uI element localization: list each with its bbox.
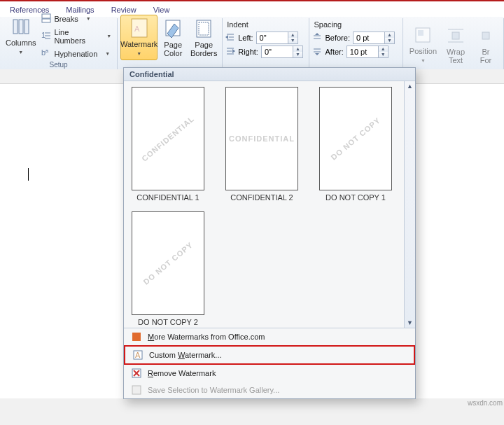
breaks-button[interactable]: Breaks ▼	[40, 13, 113, 25]
watermark-thumb-label: CONFIDENTIAL 1	[136, 193, 199, 202]
remove-watermark-icon	[131, 368, 142, 379]
watermark-thumb[interactable]: DO NOT COPYDO NOT COPY 2	[130, 211, 206, 326]
indent-left-input[interactable]: ▲▼	[256, 32, 298, 44]
custom-watermark-item[interactable]: A Custom Watermark...	[124, 345, 415, 365]
more-watermarks-item[interactable]: More Watermarks from Office.com	[124, 328, 415, 345]
hyphenation-button[interactable]: bª Hyphenation ▼	[40, 48, 113, 60]
columns-icon	[10, 15, 32, 38]
watermark-preview-text: CONFIDENTIAL	[229, 134, 295, 143]
columns-button[interactable]: Columns▼	[3, 11, 38, 60]
spacing-after-label: After:	[325, 48, 343, 56]
scroll-down-icon[interactable]: ▼	[407, 319, 413, 326]
save-selection-icon	[131, 384, 142, 396]
svg-text:bª: bª	[41, 48, 49, 57]
spacing-title: Spacing	[312, 20, 399, 30]
ribbon: Columns▼ Breaks ▼ 1 Line Numbers ▼ bª Hy…	[0, 17, 504, 70]
svg-text:A: A	[134, 25, 140, 33]
page-borders-label: Page Borders	[190, 41, 218, 57]
hyphenation-icon: bª	[41, 48, 51, 60]
watermark-gallery: Confidential CONFIDENTIALCONFIDENTIAL 1C…	[123, 67, 416, 399]
setup-group-label: Setup	[3, 60, 114, 69]
spacing-before-input[interactable]: ▲▼	[353, 32, 395, 44]
spacing-after-input[interactable]: ▲▼	[346, 46, 388, 58]
page-borders-button[interactable]: Page Borders	[188, 15, 219, 60]
spacing-before-icon	[312, 33, 322, 43]
svg-rect-31	[132, 333, 141, 341]
gallery-scrollbar[interactable]: ▲ ▼	[404, 81, 415, 328]
watermark-thumb[interactable]: CONFIDENTIALCONFIDENTIAL 1	[130, 87, 206, 202]
position-icon	[412, 24, 434, 46]
line-numbers-label: Line Numbers	[54, 28, 99, 45]
indent-right-label: Right:	[238, 48, 258, 56]
save-selection-item: Save Selection to Watermark Gallery...	[124, 382, 415, 398]
breaks-label: Breaks	[54, 15, 78, 23]
watermark-preview-text: DO NOT COPY	[141, 240, 194, 286]
svg-rect-4	[42, 19, 50, 22]
svg-rect-1	[19, 20, 23, 34]
watermark-thumb-label: CONFIDENTIAL 2	[230, 193, 293, 202]
svg-rect-30	[482, 32, 489, 39]
position-button[interactable]: Position▼	[406, 20, 440, 69]
watermark-thumb-label: DO NOT COPY 2	[138, 318, 198, 326]
line-numbers-icon: 1	[41, 31, 51, 42]
spacing-before-label: Before:	[325, 34, 349, 42]
watermark-icon: A	[128, 17, 150, 39]
more-watermarks-label: ore Watermarks from Office.com	[154, 333, 265, 341]
line-numbers-button[interactable]: 1 Line Numbers ▼	[40, 27, 113, 46]
indent-title: Indent	[225, 20, 306, 30]
page-color-icon	[162, 18, 184, 40]
wrap-text-button[interactable]: Wrap Text	[440, 20, 471, 69]
watermark-button[interactable]: A Watermark▼	[120, 15, 158, 60]
watermark-thumb-label: DO NOT COPY 1	[326, 193, 386, 202]
office-icon	[131, 331, 142, 342]
svg-rect-26	[418, 30, 424, 36]
remove-watermark-item[interactable]: Remove Watermark	[124, 365, 415, 382]
indent-left-label: Left:	[238, 34, 253, 42]
watermark-preview-text: DO NOT COPY	[329, 116, 382, 162]
bring-forward-button[interactable]: Br For	[471, 20, 500, 69]
svg-text:A: A	[135, 351, 141, 359]
indent-left-icon	[225, 33, 235, 43]
svg-rect-3	[42, 14, 50, 18]
indent-right-input[interactable]: ▲▼	[261, 46, 303, 58]
gallery-category: Confidential	[124, 68, 415, 81]
columns-label: Columns	[6, 39, 36, 47]
attribution: wsxdn.com	[468, 399, 503, 407]
wrap-text-label: Wrap Text	[447, 48, 465, 64]
scroll-up-icon[interactable]: ▲	[407, 83, 413, 90]
watermark-label: Watermark	[120, 40, 158, 48]
watermark-thumb[interactable]: DO NOT COPYDO NOT COPY 1	[317, 87, 394, 202]
spacing-after-icon	[312, 47, 322, 57]
page-borders-icon	[192, 18, 215, 40]
svg-rect-37	[132, 386, 141, 394]
text-cursor	[28, 168, 29, 181]
hyphenation-label: Hyphenation	[54, 50, 97, 58]
custom-watermark-icon: A	[132, 349, 144, 361]
svg-text:1: 1	[41, 31, 46, 39]
bring-forward-icon	[475, 25, 497, 47]
svg-rect-2	[24, 20, 29, 34]
position-label: Position	[410, 47, 437, 55]
breaks-icon	[41, 13, 51, 25]
svg-rect-0	[13, 20, 18, 34]
bring-forward-label: Br For	[480, 48, 492, 64]
wrap-text-icon	[444, 25, 467, 47]
save-selection-label: Save Selection to Watermark Gallery...	[148, 386, 279, 394]
page-color-label: Page Color	[164, 41, 182, 57]
page-color-button[interactable]: Page Color	[158, 15, 188, 60]
svg-rect-27	[452, 32, 459, 39]
watermark-thumb[interactable]: CONFIDENTIALCONFIDENTIAL 2	[223, 87, 300, 202]
watermark-preview-text: CONFIDENTIAL	[140, 114, 196, 163]
indent-right-icon	[225, 47, 235, 57]
